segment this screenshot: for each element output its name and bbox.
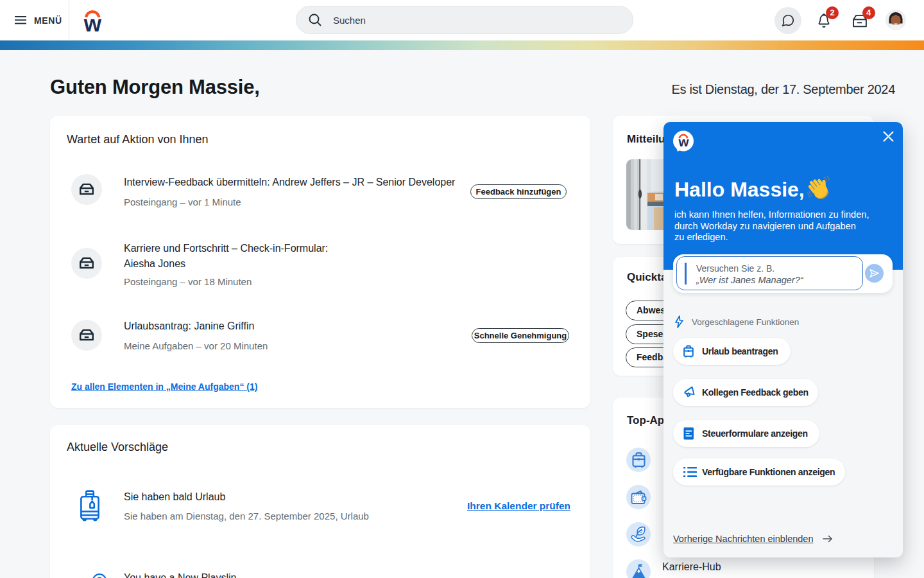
svg-text:w: w: [678, 134, 689, 149]
svg-text:w: w: [83, 11, 102, 35]
